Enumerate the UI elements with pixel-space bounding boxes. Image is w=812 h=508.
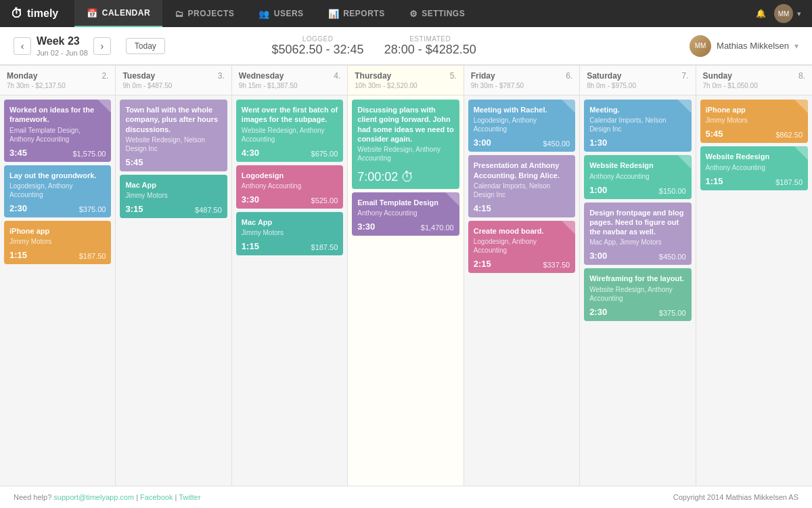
nav-item-calendar[interactable]: 📅CALENDAR (74, 0, 162, 27)
event-time: 4:30 (242, 148, 259, 158)
event-time: 1:00 (589, 185, 607, 195)
event-card[interactable]: Lay out the groundwork. Logodesign, Anth… (4, 165, 111, 217)
settings-label: SETTINGS (422, 9, 465, 18)
event-amount: $375.00 (79, 205, 106, 213)
day-header: Friday 6. 9h 30m - $787.50 (464, 66, 579, 96)
facebook-link[interactable]: Facebook (140, 493, 173, 501)
event-card[interactable]: Discussing plans with client going forwa… (352, 100, 459, 189)
event-card[interactable]: Meeting with Rachel. Logodesign, Anthony… (468, 100, 575, 152)
event-card[interactable]: Design frontpage and blog pages. Need to… (584, 203, 691, 266)
event-title: Wireframing for the layout. (589, 274, 685, 283)
day-name: Thursday (355, 71, 391, 81)
event-subtitle: Mac App, Jimmy Motors (589, 238, 685, 247)
week-header: ‹ Week 23 Jun 02 - Jun 08 › Today LOGGED… (0, 27, 812, 65)
logo[interactable]: ⏱ timely (11, 7, 58, 21)
projects-label: PROJECTS (188, 9, 235, 18)
notification-bell[interactable]: 🔔 (756, 9, 766, 18)
nav-items: 📅CALENDAR🗂PROJECTS👥USERS📊REPORTS⚙SETTING… (74, 0, 756, 27)
event-subtitle: Calendar Imports, Nelson Design Inc (589, 116, 685, 133)
event-subtitle: Website Redesign, Anthony Accounting (589, 285, 685, 303)
event-footer: 3:00 $450.00 (474, 137, 570, 148)
event-card[interactable]: Website Redesign Anthony Accounting 1:00… (584, 155, 691, 198)
event-title: Website Redesign (589, 161, 685, 170)
day-hours: 10h 30m - $2,520.00 (355, 82, 456, 89)
event-subtitle: Logodesign, Anthony Accounting (9, 182, 106, 199)
event-card[interactable]: Mac App Jimmy Motors 1:15 $187.50 (236, 212, 343, 255)
event-amount: $1,575.00 (72, 150, 106, 158)
timer-icon: ⏱ (401, 169, 414, 185)
event-card[interactable]: Logodesign Anthony Accounting 3:30 $525.… (236, 165, 343, 209)
event-title: Website Redesign (706, 152, 803, 161)
calendar-icon: 📅 (87, 8, 98, 18)
event-time: 2:15 (474, 259, 491, 269)
today-button[interactable]: Today (126, 38, 165, 54)
event-title: Presentation at Anthony Accounting. Brin… (474, 161, 570, 180)
event-subtitle: Anthony Accounting (706, 163, 803, 172)
event-footer: 2:30 $375.00 (589, 307, 685, 317)
day-column-wednesday: Wednesday 4. 9h 15m - $1,387.50 Went ove… (232, 66, 348, 486)
event-amount: $450.00 (543, 140, 570, 148)
week-info: Week 23 Jun 02 - Jun 08 (37, 35, 88, 57)
event-subtitle: Logodesign, Anthony Accounting (474, 116, 570, 133)
day-header: Wednesday 4. 9h 15m - $1,387.50 (232, 66, 347, 96)
nav-item-settings[interactable]: ⚙SETTINGS (397, 0, 478, 27)
day-body: Meeting. Calendar Imports, Nelson Design… (580, 96, 695, 325)
support-link[interactable]: support@timelyapp.com (53, 493, 134, 501)
event-card[interactable]: Presentation at Anthony Accounting. Brin… (468, 155, 575, 217)
day-header: Sunday 8. 7h 0m - $1,050.00 (696, 66, 812, 96)
logged-stat: LOGGED $5062.50 - 32:45 (272, 35, 364, 57)
event-title: Worked on ideas for the framework. (9, 105, 106, 125)
event-card[interactable]: Wireframing for the layout. Website Rede… (584, 268, 691, 320)
day-column-thursday: Thursday 5. 10h 30m - $2,520.00 Discussi… (348, 66, 464, 486)
event-card[interactable]: Mac App Jimmy Motors 3:15 $487.50 (120, 175, 227, 218)
copyright: Copyright 2014 Mathias Mikkelsen AS (673, 493, 798, 501)
event-subtitle: Jimmy Motors (706, 116, 803, 125)
prev-week-button[interactable]: ‹ (14, 37, 31, 55)
event-card[interactable]: Worked on ideas for the framework. Email… (4, 100, 111, 162)
event-card[interactable]: iPhone app Jimmy Motors 5:45 $862.50 (700, 100, 808, 143)
event-card[interactable]: Went over the first batch of images for … (236, 100, 343, 162)
event-card[interactable]: Website Redesign Anthony Accounting 1:15… (700, 146, 808, 190)
user-name: Mathias Mikkelsen (717, 41, 789, 51)
user-info[interactable]: MM Mathias Mikkelsen ▾ (690, 35, 798, 57)
day-name: Monday (7, 71, 37, 81)
event-amount: $862.50 (775, 131, 803, 139)
event-footer: 7:00:02 ⏱ (357, 167, 453, 185)
twitter-link[interactable]: Twitter (179, 493, 200, 501)
calendar-grid: Monday 2. 7h 30m - $2,137.50 Worked on i… (0, 65, 812, 486)
day-name: Wednesday (239, 71, 284, 81)
next-week-button[interactable]: › (93, 37, 111, 55)
help-text: Need help? (14, 493, 51, 501)
nav-item-users[interactable]: 👥USERS (246, 0, 315, 27)
event-time: 5:45 (706, 129, 723, 139)
event-time: 4:15 (474, 203, 491, 213)
day-number: 7. (682, 71, 689, 81)
day-body: Town hall with the whole company, plus a… (116, 96, 231, 222)
day-column-sunday: Sunday 8. 7h 0m - $1,050.00 iPhone app J… (696, 66, 812, 486)
event-amount: $187.50 (775, 178, 803, 186)
event-time: 3:15 (125, 204, 143, 214)
logged-value: $5062.50 - 32:45 (272, 43, 364, 57)
day-column-friday: Friday 6. 9h 30m - $787.50 Meeting with … (464, 66, 580, 486)
reports-icon: 📊 (328, 9, 340, 19)
event-card[interactable]: iPhone app Jimmy Motors 1:15 $187.50 (4, 221, 111, 264)
event-card[interactable]: Town hall with the whole company, plus a… (120, 100, 227, 171)
event-subtitle: Website Redesign, Anthony Accounting (357, 145, 453, 163)
event-footer: 3:45 $1,575.00 (9, 148, 106, 158)
event-subtitle: Anthony Accounting (589, 172, 685, 181)
event-title: Mac App (242, 217, 338, 227)
event-card[interactable]: Create mood board. Logodesign, Anthony A… (468, 221, 575, 273)
event-card[interactable]: Meeting. Calendar Imports, Nelson Design… (584, 100, 691, 152)
week-title: Week 23 (37, 35, 80, 47)
event-footer: 3:30 $525.00 (242, 194, 338, 205)
day-hours: 7h 0m - $1,050.00 (703, 82, 805, 89)
nav-item-reports[interactable]: 📊REPORTS (316, 0, 397, 27)
event-subtitle: Anthony Accounting (242, 182, 338, 190)
user-menu[interactable]: MM ▾ (774, 4, 801, 23)
event-subtitle: Website Redesign, Nelson Design Inc (125, 135, 221, 153)
nav-right: 🔔 MM ▾ (756, 4, 801, 23)
event-footer: 4:30 $675.00 (242, 148, 338, 158)
nav-item-projects[interactable]: 🗂PROJECTS (162, 0, 246, 27)
event-card[interactable]: Email Template Design Anthony Accounting… (352, 192, 459, 236)
event-amount: $337.50 (543, 261, 570, 269)
